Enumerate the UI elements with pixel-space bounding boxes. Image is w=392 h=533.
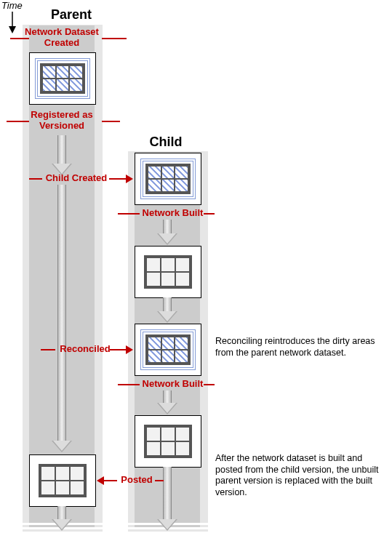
time-axis-label: Time <box>1 0 23 11</box>
created-line-right <box>102 38 127 39</box>
child-created-line-left <box>29 178 42 180</box>
parent-dataset-initial-icon <box>29 52 96 105</box>
net-built-2-left <box>118 384 140 385</box>
registered-label: Registered as Versioned <box>22 109 102 131</box>
child-created-label: Child Created <box>40 172 113 183</box>
child-dataset-3-icon <box>135 324 201 376</box>
created-label: Network Dataset Created <box>22 26 102 48</box>
reconciled-label: Reconciled <box>52 343 118 354</box>
child-arrow-2 <box>160 297 175 323</box>
child-arrow-4 <box>160 467 175 531</box>
child-arrow-3 <box>160 390 175 414</box>
child-created-arrow <box>109 178 126 180</box>
svg-marker-1 <box>9 26 16 33</box>
child-dataset-1-icon <box>135 153 201 205</box>
child-arrow-1 <box>160 220 175 245</box>
posted-arrow <box>104 480 117 481</box>
registered-line-right <box>102 121 120 122</box>
net-built-1-label: Network Built <box>138 207 207 218</box>
child-dataset-4-icon <box>135 415 201 468</box>
child-dataset-2-icon <box>135 246 201 298</box>
posted-right-line <box>155 480 164 481</box>
time-arrow-icon <box>7 12 17 33</box>
parent-arrow-2 <box>55 185 69 452</box>
parent-arrow-1 <box>55 135 69 175</box>
child-column-header: Child <box>129 135 202 150</box>
reconciled-arrow <box>110 349 126 350</box>
parent-arrow-3 <box>55 506 69 531</box>
net-built-2-right <box>204 384 215 385</box>
posted-label: Posted <box>115 474 159 485</box>
net-built-1-left <box>118 213 140 215</box>
parent-dataset-posted-icon <box>29 454 96 507</box>
reconcile-annotation: Reconciling reintroduces the dirty areas… <box>215 336 385 358</box>
post-annotation: After the network dataset is built and p… <box>215 453 387 499</box>
parent-column-header: Parent <box>35 7 108 23</box>
net-built-1-right <box>204 213 215 215</box>
reconciled-line-left <box>41 349 55 350</box>
net-built-2-label: Network Built <box>138 378 207 389</box>
